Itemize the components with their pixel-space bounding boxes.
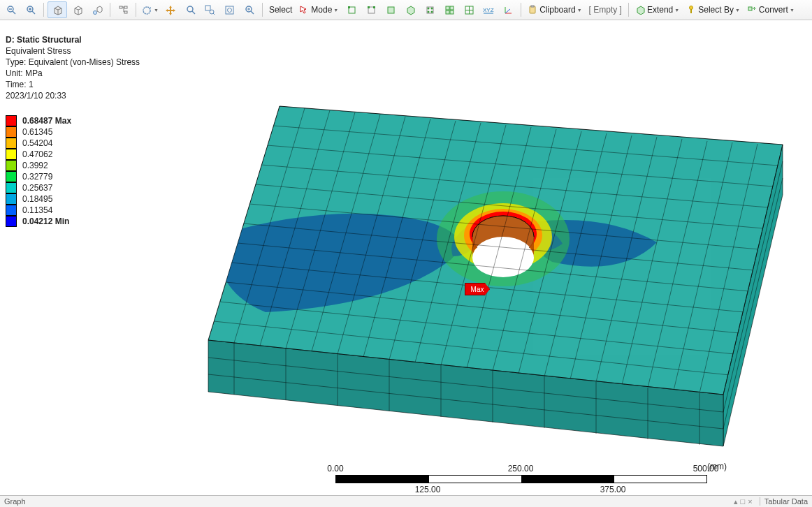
dock-icon[interactable]: □ (741, 497, 746, 506)
legend-line2: Type: Equivalent (von-Mises) Stress (6, 57, 140, 68)
legend-swatch (6, 193, 17, 205)
svg-point-11 (143, 7, 150, 14)
box-wire-icon[interactable] (68, 2, 87, 17)
bottom-panels-bar: Graph ▴ □ × Tabular Data (0, 495, 812, 507)
selectby-dropdown[interactable]: Select By▼ (683, 2, 743, 17)
svg-point-60 (472, 238, 534, 277)
legend-row: 0.18495 (6, 193, 71, 205)
sel-coord-icon[interactable] (499, 2, 517, 17)
select-label[interactable]: Select (266, 2, 295, 17)
scale-ruler: 0.00 250.00 500.00 125.00 375.00 (335, 464, 707, 494)
svg-point-47 (690, 6, 693, 10)
legend-swatch (6, 115, 17, 126)
legend-row: 0.04212 Min (6, 216, 71, 227)
zoom-reset-icon[interactable] (240, 2, 259, 17)
legend-row: 0.3992 (6, 160, 71, 171)
close-icon[interactable]: × (748, 497, 752, 506)
svg-rect-9 (124, 6, 127, 8)
legend-line4: Time: 1 (6, 79, 140, 90)
legend-value: 0.54204 (22, 138, 52, 148)
legend-swatch (6, 216, 17, 227)
select-text: Select (269, 5, 292, 15)
sel-node-icon[interactable] (421, 2, 439, 17)
main-toolbar: ▼ Select Mode▼ XYZ Clipboard▼ [ Empty ] … (0, 0, 812, 20)
svg-line-44 (505, 9, 510, 13)
sel-body-icon[interactable] (401, 2, 419, 17)
tree-icon[interactable] (114, 2, 132, 17)
graph-panel-label: Graph (4, 497, 26, 506)
legend-swatch (6, 160, 17, 171)
legend-line1: Equivalent Stress (6, 45, 140, 57)
svg-rect-48 (690, 9, 692, 13)
scale-unit: (mm) (707, 462, 727, 471)
tabular-panel-label: Tabular Data (764, 497, 808, 506)
svg-rect-36 (446, 10, 449, 14)
legend-row: 0.25637 (6, 182, 71, 193)
clipboard-empty-text: [ Empty ] (589, 5, 622, 15)
svg-rect-49 (748, 7, 752, 10)
legend-swatch (6, 205, 17, 216)
zoom-tool-icon[interactable] (182, 2, 200, 17)
zoom-out-icon[interactable] (2, 2, 20, 17)
scale-major-1: 250.00 (508, 464, 534, 473)
zoom-fit-icon[interactable] (221, 2, 239, 17)
legend-swatch (6, 126, 17, 138)
svg-line-4 (32, 11, 35, 14)
sel-mesh-icon[interactable] (460, 2, 478, 17)
pan-icon[interactable] (162, 2, 180, 17)
sel-edge-icon[interactable] (362, 2, 380, 17)
legend-value: 0.68487 Max (22, 116, 71, 126)
sel-vertex-icon[interactable] (342, 2, 361, 17)
isometric-icon[interactable] (88, 2, 106, 17)
sel-xyz-icon[interactable]: XYZ (479, 2, 498, 17)
legend-row: 0.54204 (6, 138, 71, 149)
zoom-in-icon[interactable] (22, 2, 40, 17)
max-probe-flag[interactable]: Max (465, 283, 490, 295)
fea-model (175, 82, 790, 459)
graphics-viewport[interactable]: D: Static Structural Equivalent Stress T… (0, 20, 812, 497)
legend-value: 0.32779 (22, 172, 52, 182)
legend-swatch (6, 171, 17, 182)
rotate-mode-icon[interactable]: ▼ (140, 2, 161, 17)
legend-value: 0.61345 (22, 127, 52, 137)
legend-value: 0.04212 Min (22, 216, 69, 226)
svg-rect-24 (348, 6, 350, 8)
pin-icon[interactable]: ▴ (734, 497, 738, 506)
mode-dropdown[interactable]: Mode▼ (296, 2, 341, 17)
scale-major-0: 0.00 (327, 464, 343, 473)
svg-rect-34 (446, 6, 449, 10)
legend-row: 0.11354 (6, 205, 71, 216)
svg-line-20 (251, 11, 254, 14)
legend-swatch (6, 149, 17, 160)
max-flag-text: Max (471, 286, 484, 293)
svg-line-1 (13, 11, 15, 14)
legend-value: 0.25637 (22, 183, 52, 193)
svg-rect-8 (119, 6, 122, 8)
convert-dropdown[interactable]: Convert▼ (744, 2, 797, 17)
svg-point-33 (430, 10, 433, 13)
result-legend-header: D: Static Structural Equivalent Stress T… (6, 34, 140, 101)
scale-minor-1: 375.00 (600, 485, 626, 494)
svg-rect-27 (373, 6, 375, 8)
graph-panel-tab[interactable]: Graph (0, 497, 30, 506)
svg-point-7 (93, 10, 96, 14)
legend-row: 0.61345 (6, 126, 71, 138)
box-solid-icon[interactable] (48, 1, 67, 18)
legend-value: 0.11354 (22, 205, 52, 215)
sel-elem-icon[interactable] (440, 2, 458, 17)
svg-point-32 (427, 10, 429, 13)
clipboard-empty[interactable]: [ Empty ] (586, 2, 625, 17)
legend-value: 0.3992 (22, 161, 48, 170)
svg-point-31 (430, 7, 433, 9)
clipboard-text: Clipboard (539, 5, 575, 15)
extend-dropdown[interactable]: Extend▼ (632, 2, 682, 17)
svg-line-13 (192, 11, 195, 14)
legend-swatch (6, 138, 17, 149)
zoom-box-icon[interactable] (201, 2, 219, 17)
legend-value: 0.18495 (22, 194, 52, 204)
panel-window-icons: ▴ □ × (734, 497, 760, 506)
selectby-text: Select By (698, 5, 734, 15)
tabular-panel-tab[interactable]: Tabular Data (760, 497, 812, 506)
clipboard-dropdown[interactable]: Clipboard▼ (525, 2, 584, 17)
sel-face-icon[interactable] (382, 2, 400, 17)
